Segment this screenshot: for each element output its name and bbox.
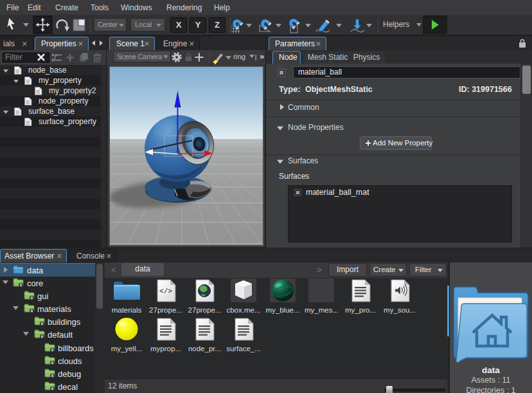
svg-text:</>: </>: [159, 288, 172, 295]
